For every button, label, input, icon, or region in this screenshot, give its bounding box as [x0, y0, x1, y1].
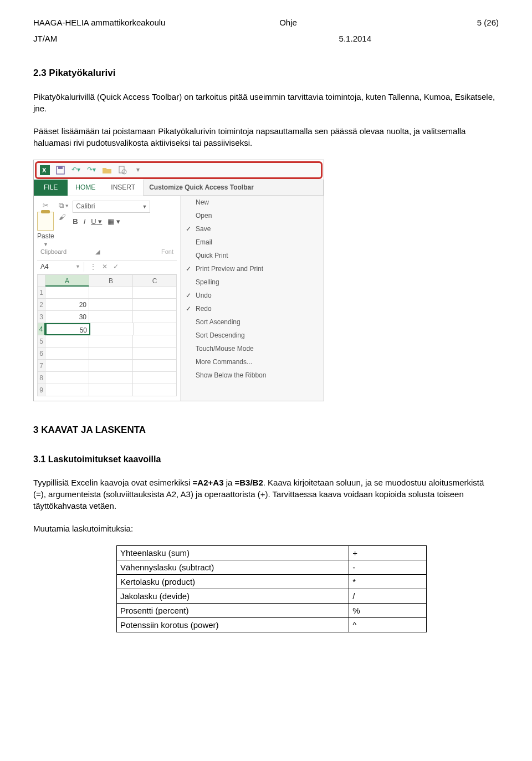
header-institution: HAAGA-HELIA ammattikorkeakoulu	[33, 17, 235, 28]
cell[interactable]: 20	[45, 299, 89, 311]
qat-customize-dropdown-icon[interactable]: ▾	[133, 165, 143, 175]
cell[interactable]	[45, 384, 89, 396]
cell[interactable]	[133, 360, 177, 372]
op-name: Prosentti (percent)	[117, 603, 349, 617]
col-header[interactable]: A	[45, 274, 89, 287]
qat-menu-item[interactable]: Touch/Mouse Mode	[181, 343, 324, 356]
select-all-corner[interactable]	[37, 274, 45, 287]
namebox-divider-icon: ⋮	[90, 262, 96, 272]
row-header[interactable]: 3	[37, 311, 45, 323]
cell[interactable]	[133, 311, 177, 323]
cell[interactable]	[45, 287, 89, 299]
qat-menu-item[interactable]: Sort Ascending	[181, 316, 324, 329]
cell[interactable]	[89, 311, 133, 323]
redo-icon[interactable]: ↷▾	[86, 165, 96, 175]
qat-menu-item[interactable]: Print Preview and Print	[181, 263, 324, 276]
section-3-1-title: 3.1 Laskutoimitukset kaavoilla	[33, 453, 499, 466]
row-header[interactable]: 6	[37, 348, 45, 360]
cell[interactable]	[133, 384, 177, 396]
op-symbol: *	[349, 574, 427, 589]
cell[interactable]	[133, 287, 177, 299]
print-preview-icon[interactable]	[117, 165, 127, 175]
table-row: Kertolasku (product)*	[117, 574, 427, 589]
cell[interactable]	[89, 299, 133, 311]
cell[interactable]: 30	[45, 311, 89, 323]
op-symbol: ^	[349, 617, 427, 632]
copy-icon[interactable]: ⧉ ▾	[59, 201, 69, 211]
customize-qat-header: Customize Quick Access Toolbar	[143, 180, 324, 196]
section-2-3-para-2: Pääset lisäämään tai poistamaan Pikatyök…	[33, 125, 499, 149]
section-2-3-para-1: Pikatyökalurivillä (Quick Access Toolbar…	[33, 91, 499, 114]
qat-menu-item[interactable]: Sort Descending	[181, 329, 324, 343]
op-name: Jakolasku (devide)	[117, 589, 349, 603]
op-name: Yhteenlasku (sum)	[117, 545, 349, 560]
clipboard-icon	[37, 212, 54, 231]
cell[interactable]	[133, 299, 177, 311]
cell[interactable]	[89, 360, 133, 372]
qat-menu-item[interactable]: Save	[181, 223, 324, 236]
name-box[interactable]: A4 ▼	[37, 262, 84, 272]
cell[interactable]	[89, 384, 133, 396]
bold-button[interactable]: B	[73, 217, 78, 227]
qat-menu-item[interactable]: Email	[181, 236, 324, 249]
open-folder-icon[interactable]	[102, 165, 112, 175]
svg-rect-3	[58, 166, 63, 169]
qat-menu-item[interactable]: More Commands...	[181, 356, 324, 369]
row-header[interactable]: 4	[37, 323, 45, 335]
cell[interactable]	[89, 287, 133, 299]
qat-menu-item[interactable]: Redo	[181, 303, 324, 316]
ribbon-body: ✂ Paste ▼ ⧉ ▾ 🖌 Calibri ▼ B I	[34, 196, 324, 401]
excel-app-icon[interactable]: X	[40, 165, 50, 175]
cell[interactable]	[45, 360, 89, 372]
underline-button[interactable]: U ▾	[91, 217, 102, 227]
page-subheader: JT/AM 5.1.2014	[33, 33, 499, 44]
cell[interactable]	[89, 348, 133, 360]
cell[interactable]	[45, 348, 89, 360]
font-name-select[interactable]: Calibri ▼	[73, 201, 150, 213]
save-icon[interactable]	[55, 165, 65, 175]
font-name-value: Calibri	[76, 202, 95, 211]
font-group-label: Font	[161, 248, 173, 256]
tab-home[interactable]: HOME	[68, 180, 103, 196]
row-header[interactable]: 9	[37, 384, 45, 396]
qat-menu-item[interactable]: Quick Print	[181, 249, 324, 263]
dialog-launcher-icon[interactable]: ◢	[95, 248, 100, 256]
paste-button[interactable]: ✂ Paste ▼	[37, 201, 54, 248]
row-header[interactable]: 7	[37, 360, 45, 372]
cell[interactable]	[45, 372, 89, 384]
tab-file[interactable]: FILE	[34, 180, 68, 196]
qat-menu-item[interactable]: New	[181, 196, 324, 210]
cell[interactable]	[134, 323, 177, 335]
qat-menu-item[interactable]: Spelling	[181, 276, 324, 289]
qat-menu-item[interactable]: Show Below the Ribbon	[181, 369, 324, 382]
undo-icon[interactable]: ↶▾	[71, 165, 81, 175]
cell[interactable]	[89, 335, 133, 348]
cell[interactable]	[45, 335, 89, 348]
cell[interactable]	[90, 323, 134, 335]
italic-button[interactable]: I	[84, 217, 86, 227]
cell[interactable]	[133, 348, 177, 360]
paste-dropdown-icon[interactable]: ▼	[37, 241, 54, 248]
cut-icon[interactable]: ✂	[37, 201, 54, 211]
border-button[interactable]: ▦ ▾	[108, 217, 120, 227]
cell-selected[interactable]: 50	[45, 323, 90, 335]
tab-insert[interactable]: INSERT	[103, 180, 143, 196]
cell[interactable]	[89, 372, 133, 384]
cell[interactable]	[133, 372, 177, 384]
op-name: Kertolasku (product)	[117, 574, 349, 589]
col-header[interactable]: C	[133, 274, 177, 287]
col-header[interactable]: B	[89, 274, 133, 287]
row-header[interactable]: 8	[37, 372, 45, 384]
cancel-formula-icon[interactable]: ✕	[102, 262, 108, 272]
enter-formula-icon[interactable]: ✓	[113, 262, 119, 272]
row-header[interactable]: 5	[37, 335, 45, 348]
qat-menu-item[interactable]: Open	[181, 210, 324, 223]
op-symbol: %	[349, 603, 427, 617]
qat-menu-item[interactable]: Undo	[181, 289, 324, 303]
op-name: Potenssiin korotus (power)	[117, 617, 349, 632]
chevron-down-icon: ▼	[142, 203, 147, 211]
row-header[interactable]: 1	[37, 287, 45, 299]
format-painter-icon[interactable]: 🖌	[59, 212, 69, 222]
cell[interactable]	[133, 335, 177, 348]
row-header[interactable]: 2	[37, 299, 45, 311]
